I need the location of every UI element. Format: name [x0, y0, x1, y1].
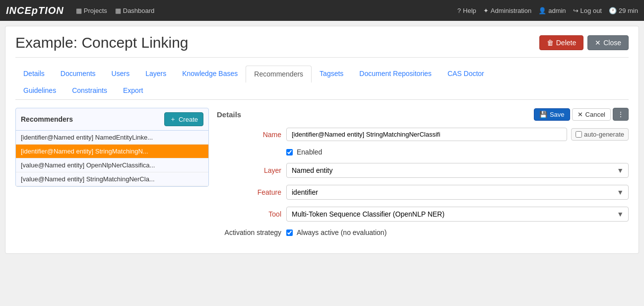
page-title: Example: Concept Linking — [15, 34, 189, 51]
always-active-label: Always active (no evaluation) — [297, 229, 386, 236]
details-panel: Details 💾 Save ✕ Cancel ⋮ Name — [217, 108, 629, 243]
enabled-checkbox[interactable] — [286, 149, 293, 155]
navbar: INCEpTION ▦ Projects ▦ Dashboard ? Help … — [0, 0, 644, 21]
feature-select-wrapper: identifier ▼ — [286, 185, 629, 200]
list-item[interactable]: [value@Named entity] OpenNlpNerClassific… — [16, 158, 208, 172]
tab-users[interactable]: Users — [104, 66, 138, 82]
content-split: Recommenders ＋ Create [identifier@Named … — [15, 108, 629, 243]
tab-cas-doctor[interactable]: CAS Doctor — [440, 66, 492, 82]
nav-dashboard[interactable]: ▦ Dashboard — [115, 7, 155, 14]
tool-label: Tool — [217, 210, 281, 218]
tabs-row-2: Guidelines Constraints Export — [15, 82, 629, 99]
header-buttons: 🗑 Delete ✕ Close — [539, 35, 629, 50]
page-container: Example: Concept Linking 🗑 Delete ✕ Clos… — [5, 26, 639, 254]
enabled-checkbox-row: Enabled — [286, 148, 629, 156]
tab-layers[interactable]: Layers — [137, 66, 174, 82]
name-label: Name — [217, 131, 281, 139]
tab-tagsets[interactable]: Tagsets — [312, 66, 351, 82]
nav-help[interactable]: ? Help — [457, 7, 476, 14]
layer-label: Layer — [217, 166, 281, 174]
tab-constraints[interactable]: Constraints — [64, 82, 115, 99]
name-input[interactable] — [286, 128, 567, 141]
details-panel-title: Details — [217, 110, 241, 119]
list-item[interactable]: [identifier@Named entity] NamedEntityLin… — [16, 131, 208, 145]
layer-select[interactable]: Named entity — [286, 163, 629, 178]
auto-generate-group: auto-generate — [571, 128, 629, 141]
tabs-container: Details Documents Users Layers Knowledge… — [15, 66, 629, 100]
layer-field-row: Layer Named entity ▼ — [217, 163, 629, 178]
auto-generate-checkbox[interactable] — [576, 131, 582, 138]
cancel-button[interactable]: ✕ Cancel — [572, 108, 611, 121]
auto-generate-label: auto-generate — [584, 131, 624, 138]
details-actions: 💾 Save ✕ Cancel ⋮ — [534, 108, 629, 121]
help-icon: ? — [457, 7, 461, 14]
tool-field-row: Tool Multi-Token Sequence Classifier (Op… — [217, 207, 629, 222]
session-timer: 🕐 29 min — [609, 7, 638, 14]
logout-icon: ↪ — [573, 7, 579, 14]
delete-button[interactable]: 🗑 Delete — [539, 35, 583, 50]
clock-icon: 🕐 — [609, 7, 617, 14]
activation-strategy-group: Always active (no evaluation) — [286, 229, 386, 236]
recommenders-panel-title: Recommenders — [21, 115, 73, 123]
tab-export[interactable]: Export — [115, 82, 151, 99]
feature-field-row: Feature identifier ▼ — [217, 185, 629, 200]
close-icon: ✕ — [595, 39, 601, 47]
save-icon: 💾 — [539, 111, 547, 118]
nav-logout[interactable]: ↪ Log out — [573, 7, 602, 14]
trash-icon: 🗑 — [547, 39, 554, 47]
user-icon: 👤 — [538, 7, 546, 14]
layer-select-wrapper: Named entity ▼ — [286, 163, 629, 178]
grid-icon: ▦ — [76, 7, 82, 14]
nav-admin-user[interactable]: 👤 admin — [538, 7, 566, 14]
feature-select[interactable]: identifier — [286, 185, 629, 200]
list-item[interactable]: [identifier@Named entity] StringMatching… — [16, 145, 208, 158]
always-active-checkbox[interactable] — [286, 230, 293, 236]
recommenders-panel: Recommenders ＋ Create [identifier@Named … — [15, 108, 209, 187]
close-button[interactable]: ✕ Close — [587, 35, 629, 50]
activation-strategy-row: Activation strategy Always active (no ev… — [217, 229, 629, 236]
panel-header: Recommenders ＋ Create — [16, 108, 208, 130]
navbar-right: ? Help ✦ Administration 👤 admin ↪ Log ou… — [457, 7, 638, 14]
enabled-label: Enabled — [297, 148, 322, 156]
nav-administration[interactable]: ✦ Administration — [483, 7, 531, 14]
kebab-menu-button[interactable]: ⋮ — [613, 108, 629, 121]
tab-document-repositories[interactable]: Document Repositories — [351, 66, 440, 82]
activation-strategy-label: Activation strategy — [217, 229, 281, 236]
tab-knowledge-bases[interactable]: Knowledge Bases — [174, 66, 246, 82]
recommenders-list: [identifier@Named entity] NamedEntityLin… — [16, 130, 208, 186]
tab-details[interactable]: Details — [15, 66, 53, 82]
cancel-icon: ✕ — [578, 111, 583, 118]
admin-icon: ✦ — [483, 7, 489, 14]
plus-icon: ＋ — [170, 115, 176, 124]
tool-select-wrapper: Multi-Token Sequence Classifier (OpenNLP… — [286, 207, 629, 222]
nav-projects[interactable]: ▦ Projects — [76, 7, 107, 14]
save-button[interactable]: 💾 Save — [534, 108, 570, 121]
name-input-group: auto-generate — [286, 128, 629, 141]
page-header: Example: Concept Linking 🗑 Delete ✕ Clos… — [15, 34, 629, 58]
dashboard-icon: ▦ — [115, 7, 121, 14]
tab-guidelines[interactable]: Guidelines — [15, 82, 64, 99]
feature-label: Feature — [217, 188, 281, 196]
list-item[interactable]: [value@Named entity] StringMatchingNerCl… — [16, 172, 208, 186]
name-field-row: Name auto-generate — [217, 128, 629, 141]
details-header: Details 💾 Save ✕ Cancel ⋮ — [217, 108, 629, 121]
tool-select[interactable]: Multi-Token Sequence Classifier (OpenNLP… — [286, 207, 629, 222]
tabs-row: Details Documents Users Layers Knowledge… — [15, 66, 629, 82]
brand-logo: INCEpTION — [6, 5, 64, 16]
create-button[interactable]: ＋ Create — [164, 112, 203, 126]
tab-documents[interactable]: Documents — [53, 66, 104, 82]
tab-recommenders[interactable]: Recommenders — [246, 66, 312, 83]
